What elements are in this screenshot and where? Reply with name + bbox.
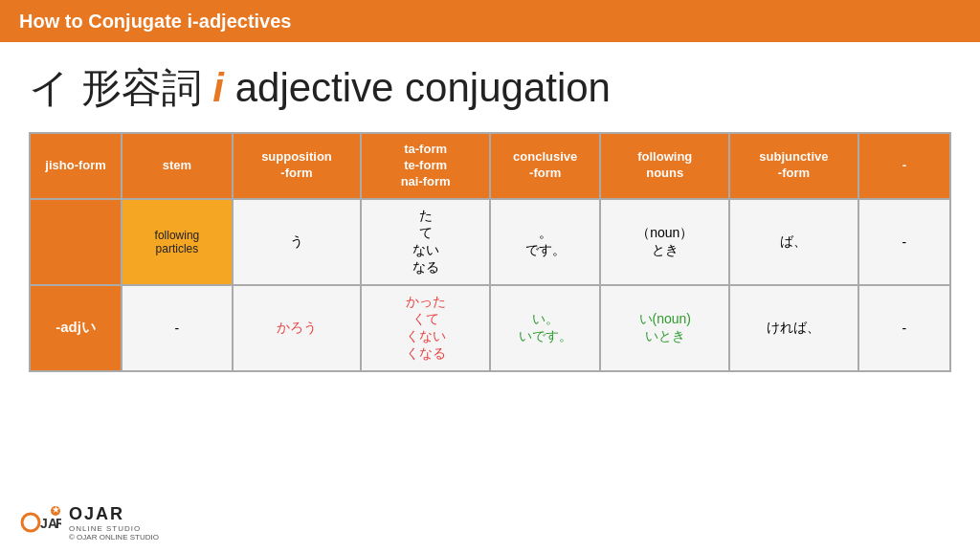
row1-col6: （noun）とき [600,199,729,285]
row1-col8: - [858,199,950,285]
row1-col3: う [233,199,362,285]
main-content: イ 形容詞 i adjective conjugation jisho-form… [0,42,980,553]
logo-studio: ONLINE STUDIO [69,524,159,533]
table-row: followingparticles う たてないなる 。です。 （noun）と… [30,199,950,285]
header-stem: stem [122,133,232,199]
header-subjunctive: subjunctive-form [729,133,858,199]
logo-text: OJAR ONLINE STUDIO © OJAR ONLINE STUDIO [69,504,159,542]
table-header-row: jisho-form stem supposition-form ta-form… [30,133,950,199]
page-title: イ 形容詞 i adjective conjugation [29,61,951,115]
row2-col4: かったくてくないくなる [361,285,490,371]
row1-col1 [30,199,122,285]
row2-col2: - [122,285,232,371]
header-jisho: jisho-form [30,133,122,199]
row1-col2: followingparticles [122,199,232,285]
title-rest: adjective conjugation [235,65,611,110]
logo-icon: J A R [19,501,61,543]
row2-col5: い。いです。 [490,285,600,371]
header-conclusive: conclusive-form [490,133,600,199]
svg-text:J: J [40,516,48,531]
header-dash: - [858,133,950,199]
header-supposition: supposition-form [233,133,362,199]
row2-col7: ければ、 [729,285,858,371]
header-following-nouns: followingnouns [600,133,729,199]
row2-col1: -adjい [30,285,122,371]
row1-col5: 。です。 [490,199,600,285]
top-bar-title: How to Conjugate i-adjectives [19,11,291,33]
svg-point-0 [22,514,39,531]
row2-col3: かろう [233,285,362,371]
header-ta-form: ta-formte-formnai-form [361,133,490,199]
row1-col7: ば、 [729,199,858,285]
copyright: © OJAR ONLINE STUDIO [69,533,159,542]
svg-text:R: R [56,516,61,531]
title-kanji: イ 形容詞 [29,65,202,110]
conjugation-table: jisho-form stem supposition-form ta-form… [29,132,951,372]
top-bar: How to Conjugate i-adjectives [0,0,980,42]
row2-col6: い(noun)いとき [600,285,729,371]
row1-col4: たてないなる [361,199,490,285]
table-row: -adjい - かろう かったくてくないくなる い。いです。 い(noun)いと… [30,285,950,371]
footer: J A R OJAR ONLINE STUDIO © OJAR ONLINE S… [19,501,159,543]
logo-name: OJAR [69,504,124,524]
title-i-letter: i [212,65,224,110]
row2-col8: - [858,285,950,371]
